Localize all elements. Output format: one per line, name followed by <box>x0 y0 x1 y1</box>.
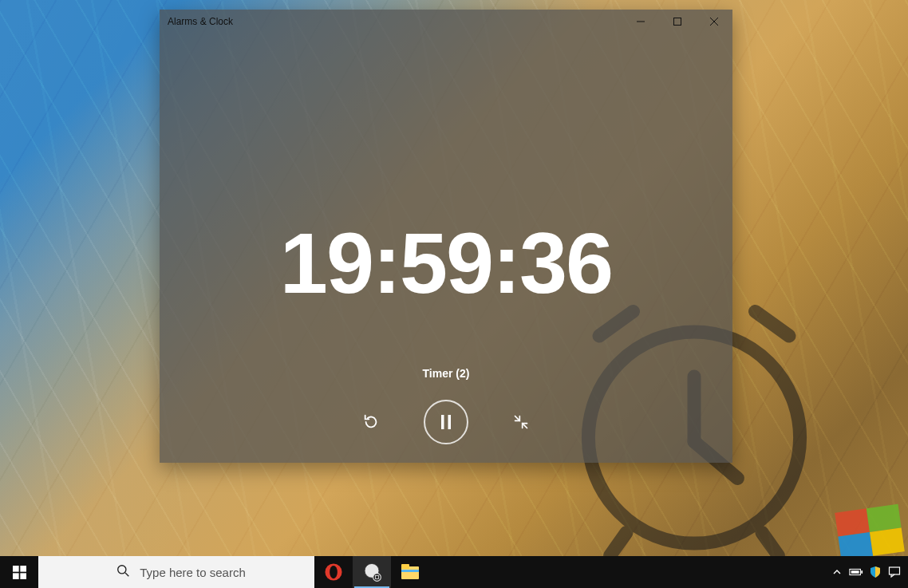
svg-rect-32 <box>851 570 859 574</box>
svg-line-6 <box>762 533 778 556</box>
collapse-button[interactable] <box>507 408 535 436</box>
svg-rect-33 <box>890 567 900 574</box>
window-title: Alarms & Clock <box>168 16 233 27</box>
windows-logo-icon <box>13 566 26 579</box>
svg-line-20 <box>125 573 128 576</box>
svg-point-22 <box>330 566 338 578</box>
taskbar-spacer <box>429 556 823 588</box>
titlebar[interactable]: Alarms & Clock <box>160 10 732 34</box>
tray-security-icon[interactable] <box>867 556 884 588</box>
timer-controls <box>160 398 732 446</box>
svg-rect-15 <box>13 566 19 572</box>
pause-icon <box>440 415 452 429</box>
chevron-up-icon <box>832 567 842 577</box>
desktop-icon-logo <box>835 504 905 561</box>
svg-line-5 <box>610 533 626 556</box>
minimize-button[interactable] <box>622 10 659 34</box>
close-button[interactable] <box>696 10 732 34</box>
shield-icon <box>869 566 882 578</box>
svg-rect-12 <box>448 415 452 429</box>
search-box[interactable]: Type here to search <box>38 556 314 588</box>
svg-line-4 <box>756 311 790 336</box>
taskbar-app-yandex[interactable] <box>353 556 391 588</box>
tray-battery-icon[interactable] <box>847 556 865 588</box>
taskbar: Type here to search <box>0 556 908 588</box>
collapse-icon <box>513 414 529 430</box>
svg-rect-8 <box>674 18 681 26</box>
svg-rect-18 <box>20 573 26 579</box>
svg-rect-16 <box>20 566 26 572</box>
timer-name-label: Timer (2) <box>160 367 732 380</box>
reset-button[interactable] <box>357 408 385 436</box>
tray-overflow-button[interactable] <box>828 556 846 588</box>
svg-rect-17 <box>13 573 19 579</box>
svg-point-19 <box>118 566 126 574</box>
tray-action-center-icon[interactable] <box>886 556 903 588</box>
search-placeholder: Type here to search <box>140 566 246 579</box>
timer-time-display: 19:59:36 <box>160 213 732 313</box>
svg-line-14 <box>523 424 527 428</box>
notification-icon <box>888 566 901 578</box>
taskbar-app-file-explorer[interactable] <box>391 556 429 588</box>
start-button[interactable] <box>0 556 38 588</box>
svg-rect-28 <box>401 564 409 569</box>
svg-line-13 <box>515 416 520 421</box>
opera-icon <box>323 562 344 582</box>
pause-button[interactable] <box>424 400 468 444</box>
maximize-button[interactable] <box>659 10 696 34</box>
folder-icon <box>401 563 420 581</box>
svg-rect-11 <box>441 415 444 429</box>
svg-point-25 <box>373 574 381 582</box>
alarms-clock-window: Alarms & Clock 19:59:36 Timer (2) <box>160 10 732 463</box>
taskbar-app-opera[interactable] <box>314 556 353 588</box>
search-icon <box>116 564 130 580</box>
svg-rect-31 <box>861 570 863 574</box>
system-tray <box>823 556 908 588</box>
battery-icon <box>849 567 863 577</box>
reset-icon <box>362 413 380 431</box>
svg-rect-29 <box>401 570 419 572</box>
browser-icon <box>361 562 382 582</box>
